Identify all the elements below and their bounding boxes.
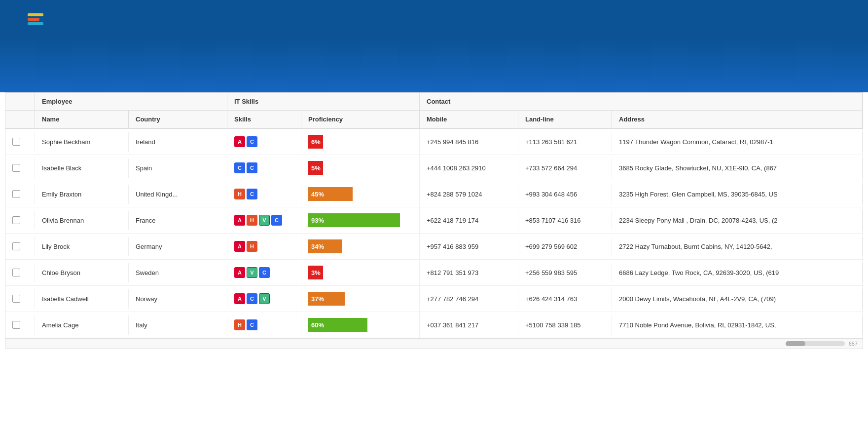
cell-address: 2000 Dewy Limits, Wacahoota, NF, A4L-2V9… <box>612 289 863 309</box>
css-skill-icon: C <box>247 293 257 304</box>
table-row: Olivia Brennan France AHVC 93% +622 418 … <box>5 207 863 234</box>
cell-landline: +5100 758 339 185 <box>518 315 612 335</box>
row-checkbox-cell <box>5 184 35 204</box>
cell-name: Isabella Cadwell <box>35 289 129 309</box>
cell-country: United Kingd... <box>129 185 227 204</box>
cell-mobile: +812 791 351 973 <box>420 263 518 282</box>
cell-name: Sophie Beckham <box>35 132 129 152</box>
column-group-header-row: Employee IT Skills Contact <box>5 93 863 111</box>
cell-address: 7710 Noble Pond Avenue, Bolivia, RI, 029… <box>612 315 863 335</box>
cell-landline: +853 7107 416 316 <box>518 211 612 230</box>
cell-mobile: +957 416 883 959 <box>420 237 518 256</box>
horizontal-scrollbar-thumb[interactable] <box>786 341 805 346</box>
horizontal-scrollbar-track[interactable] <box>786 341 845 346</box>
row-checkbox[interactable] <box>12 242 20 250</box>
cell-name: Chloe Bryson <box>35 263 129 282</box>
header-name[interactable]: Name <box>35 111 129 128</box>
cell-proficiency: 60% <box>301 312 420 338</box>
table-row: Emily Braxton United Kingd... HC 45% +82… <box>5 181 863 207</box>
header-landline[interactable]: Land-line <box>518 111 612 128</box>
proficiency-bar: 60% <box>308 318 367 332</box>
table-row: Lily Brock Germany AH 34% +957 416 883 9… <box>5 234 863 260</box>
cell-country: Ireland <box>129 132 227 152</box>
cell-country: Norway <box>129 289 227 309</box>
group-employee: Employee <box>35 93 227 110</box>
html-skill-icon: H <box>247 215 257 226</box>
row-checkbox-cell <box>5 289 35 309</box>
logo-container <box>20 13 760 25</box>
css-skill-icon: C <box>247 136 257 147</box>
cell-skills: HC <box>227 183 301 205</box>
cell-landline: +256 559 983 595 <box>518 263 612 282</box>
cell-skills: AHVC <box>227 209 301 232</box>
cell-mobile: +824 288 579 1024 <box>420 185 518 204</box>
bottom-scrollbar: 657 <box>5 338 863 349</box>
cell-address: 2722 Hazy Turnabout, Burnt Cabins, NY, 1… <box>612 237 863 256</box>
header-address[interactable]: Address <box>612 111 863 128</box>
cell-name: Isabelle Black <box>35 158 129 178</box>
cell-name: Emily Braxton <box>35 185 129 204</box>
cell-proficiency: 45% <box>301 181 420 207</box>
cell-landline: +699 279 569 602 <box>518 237 612 256</box>
row-checkbox-cell <box>5 315 35 335</box>
cell-proficiency: 34% <box>301 234 420 259</box>
proficiency-bar: 45% <box>308 187 353 201</box>
cell-mobile: +444 1008 263 2910 <box>420 158 518 178</box>
grid-body: Sophie Beckham Ireland AC 6% +245 994 84… <box>5 129 863 338</box>
row-checkbox-cell <box>5 263 35 282</box>
css-skill-icon: C <box>247 189 257 199</box>
cell-country: Sweden <box>129 263 227 282</box>
row-checkbox[interactable] <box>12 269 20 276</box>
angular-skill-icon: A <box>234 267 245 278</box>
cell-mobile: +622 418 719 174 <box>420 211 518 230</box>
cell-landline: +733 572 664 294 <box>518 158 612 178</box>
table-row: Amelia Cage Italy HC 60% +037 361 841 21… <box>5 312 863 338</box>
cell-skills: ACV <box>227 287 301 310</box>
header-mobile[interactable]: Mobile <box>420 111 518 128</box>
cell-address: 1197 Thunder Wagon Common, Cataract, RI,… <box>612 132 863 152</box>
row-checkbox[interactable] <box>12 321 20 329</box>
scroll-position: 657 <box>849 341 858 347</box>
row-checkbox-cell <box>5 210 35 230</box>
cell-address: 3685 Rocky Glade, Showtucket, NU, X1E-9I… <box>612 158 863 178</box>
group-itskills: IT Skills <box>227 93 420 110</box>
group-checkbox <box>5 93 35 110</box>
header-checkbox <box>5 111 35 128</box>
logo-icon <box>28 13 43 25</box>
html-skill-icon: H <box>247 241 257 252</box>
proficiency-bar: 34% <box>308 239 342 253</box>
table-row: Chloe Bryson Sweden AVC 3% +812 791 351 … <box>5 260 863 286</box>
header-country[interactable]: Country <box>129 111 227 128</box>
cell-country: France <box>129 211 227 230</box>
proficiency-bar: 37% <box>308 292 345 306</box>
row-checkbox[interactable] <box>12 138 20 146</box>
cell-landline: +113 263 581 621 <box>518 132 612 152</box>
cell-proficiency: 93% <box>301 207 420 233</box>
cell-name: Olivia Brennan <box>35 211 129 230</box>
css-skill-icon: C <box>259 267 270 278</box>
table-row: Sophie Beckham Ireland AC 6% +245 994 84… <box>5 129 863 155</box>
cell-address: 6686 Lazy Ledge, Two Rock, CA, 92639-302… <box>612 263 863 282</box>
row-checkbox[interactable] <box>12 190 20 198</box>
cell-address: 3235 High Forest, Glen Campbell, MS, 390… <box>612 185 863 204</box>
column-header-row: Name Country Skills Proficiency Mobile L… <box>5 111 863 129</box>
header-proficiency[interactable]: Proficiency <box>301 111 420 128</box>
cell-proficiency: 6% <box>301 129 420 155</box>
logo-bar-3 <box>28 22 43 25</box>
css-skill-icon: C <box>234 162 245 173</box>
cell-landline: +626 424 314 763 <box>518 289 612 309</box>
proficiency-bar: 6% <box>308 135 323 149</box>
cell-name: Amelia Cage <box>35 315 129 335</box>
cell-mobile: +277 782 746 294 <box>420 289 518 309</box>
table-row: Isabella Cadwell Norway ACV 37% +277 782… <box>5 286 863 312</box>
header-skills[interactable]: Skills <box>227 111 301 128</box>
css-skill-icon: C <box>247 162 257 173</box>
row-checkbox[interactable] <box>12 164 20 172</box>
data-grid: Employee IT Skills Contact Name Country … <box>5 92 863 349</box>
row-checkbox[interactable] <box>12 216 20 224</box>
row-checkbox[interactable] <box>12 295 20 303</box>
navbar <box>0 0 868 38</box>
proficiency-bar: 93% <box>308 213 400 227</box>
cell-mobile: +037 361 841 217 <box>420 315 518 335</box>
angular-skill-icon: A <box>234 293 245 304</box>
